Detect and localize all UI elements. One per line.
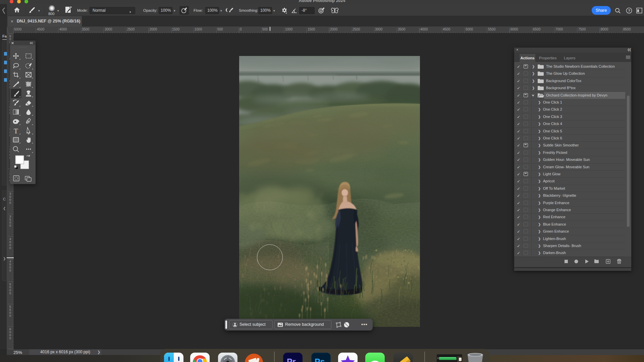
svg-text:T: T [14, 127, 18, 135]
svg-text:?: ? [628, 9, 630, 13]
